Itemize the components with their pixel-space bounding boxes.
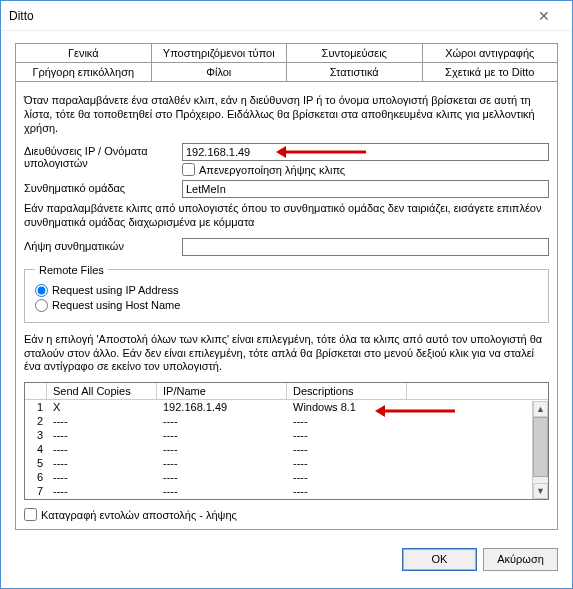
radio-request-host[interactable] bbox=[35, 299, 48, 312]
table-cell: ---- bbox=[287, 485, 407, 497]
ip-label: Διευθύνσεις IP / Ονόματα υπολογιστών bbox=[24, 143, 182, 169]
radio-request-ip[interactable] bbox=[35, 284, 48, 297]
table-cell: ---- bbox=[287, 443, 407, 455]
table-cell: ---- bbox=[157, 429, 287, 441]
tab-about[interactable]: Σχετικά με το Ditto bbox=[422, 62, 559, 82]
send-desc: Εάν η επιλογή 'Αποστολή όλων των κλιπς' … bbox=[24, 333, 549, 374]
row-group-pass: Συνθηματικό ομάδας bbox=[24, 180, 549, 198]
table-row[interactable]: 2------------ bbox=[25, 414, 548, 428]
cancel-button[interactable]: Ακύρωση bbox=[483, 548, 558, 571]
disable-receive-label: Απενεργοποίηση λήψης κλιπς bbox=[199, 164, 345, 176]
table-cell: ---- bbox=[47, 415, 157, 427]
col-ipname[interactable]: IP/Name bbox=[157, 383, 287, 399]
table-cell: ---- bbox=[157, 485, 287, 497]
table-cell: ---- bbox=[287, 471, 407, 483]
table-row[interactable]: 1X192.168.1.49Windows 8.1 bbox=[25, 400, 548, 414]
tab-types[interactable]: Υποστηριζόμενοι τύποι bbox=[151, 43, 288, 63]
intro-text: Όταν παραλαμβάνετε ένα σταλθέν κλιπ, εάν… bbox=[24, 94, 549, 135]
table-cell: ---- bbox=[47, 443, 157, 455]
table-cell: ---- bbox=[47, 429, 157, 441]
vertical-scrollbar[interactable]: ▲ ▼ bbox=[532, 401, 548, 499]
table-cell: X bbox=[47, 401, 157, 413]
tab-general[interactable]: Γενικά bbox=[15, 43, 152, 63]
table-row[interactable]: 3------------ bbox=[25, 428, 548, 442]
table-cell: ---- bbox=[157, 443, 287, 455]
table-cell: ---- bbox=[47, 457, 157, 469]
table-cell: 1 bbox=[25, 401, 47, 413]
group-pass-label: Συνθηματικό ομάδας bbox=[24, 180, 182, 194]
remote-files-group: Remote Files Request using IP Address Re… bbox=[24, 264, 549, 323]
ip-input[interactable] bbox=[182, 143, 549, 161]
table-cell: 7 bbox=[25, 485, 47, 497]
scroll-thumb[interactable] bbox=[533, 417, 548, 477]
col-empty[interactable] bbox=[407, 383, 548, 399]
row-extra-pass: Λήψη συνθηματικών bbox=[24, 238, 549, 256]
radio-request-host-label: Request using Host Name bbox=[52, 299, 180, 311]
table-cell: 4 bbox=[25, 443, 47, 455]
row-ip: Διευθύνσεις IP / Ονόματα υπολογιστών Απε… bbox=[24, 143, 549, 176]
table-cell: ---- bbox=[47, 471, 157, 483]
tab-row-2: Γρήγορη επικόλληση Φίλοι Στατιστικά Σχετ… bbox=[15, 62, 558, 82]
content-area: Γενικά Υποστηριζόμενοι τύποι Συντομεύσει… bbox=[1, 31, 572, 538]
tab-friends[interactable]: Φίλοι bbox=[151, 62, 288, 82]
tab-row-1: Γενικά Υποστηριζόμενοι τύποι Συντομεύσει… bbox=[15, 43, 558, 63]
scroll-up-icon[interactable]: ▲ bbox=[533, 401, 548, 417]
extra-pass-input[interactable] bbox=[182, 238, 549, 256]
col-sendall[interactable]: Send All Copies bbox=[47, 383, 157, 399]
tabstrip: Γενικά Υποστηριζόμενοι τύποι Συντομεύσει… bbox=[15, 43, 558, 530]
extra-pass-label: Λήψη συνθηματικών bbox=[24, 238, 182, 252]
table-row[interactable]: 6------------ bbox=[25, 470, 548, 484]
col-desc[interactable]: Descriptions bbox=[287, 383, 407, 399]
dialog-buttons: OK Ακύρωση bbox=[1, 538, 572, 581]
radio-row-host: Request using Host Name bbox=[35, 299, 538, 312]
group-pass-input[interactable] bbox=[182, 180, 549, 198]
friends-table[interactable]: Send All Copies IP/Name Descriptions 1X1… bbox=[24, 382, 549, 500]
table-row[interactable]: 7------------ bbox=[25, 484, 548, 498]
table-row[interactable]: 4------------ bbox=[25, 442, 548, 456]
tab-shortcuts[interactable]: Συντομεύσεις bbox=[286, 43, 423, 63]
table-header: Send All Copies IP/Name Descriptions bbox=[25, 383, 548, 400]
row-log: Καταγραφή εντολών αποστολής - λήψης bbox=[24, 508, 549, 521]
tab-stats[interactable]: Στατιστικά bbox=[286, 62, 423, 82]
close-icon[interactable]: ✕ bbox=[524, 8, 564, 24]
table-body: 1X192.168.1.49Windows 8.12------------3-… bbox=[25, 400, 548, 498]
tab-panel-friends: Όταν παραλαμβάνετε ένα σταλθέν κλιπ, εάν… bbox=[15, 81, 558, 530]
titlebar: Ditto ✕ bbox=[1, 1, 572, 31]
table-cell: ---- bbox=[287, 415, 407, 427]
table-row[interactable]: 5------------ bbox=[25, 456, 548, 470]
table-cell: 2 bbox=[25, 415, 47, 427]
extra-pass-desc: Εάν παραλαμβάνετε κλιπς από υπολογιστές … bbox=[24, 202, 549, 230]
table-cell: ---- bbox=[287, 429, 407, 441]
table-cell: 3 bbox=[25, 429, 47, 441]
tab-copyareas[interactable]: Χώροι αντιγραφής bbox=[422, 43, 559, 63]
table-cell: ---- bbox=[157, 457, 287, 469]
table-cell: 5 bbox=[25, 457, 47, 469]
remote-files-legend: Remote Files bbox=[35, 264, 108, 276]
log-checkbox[interactable] bbox=[24, 508, 37, 521]
log-label: Καταγραφή εντολών αποστολής - λήψης bbox=[41, 509, 237, 521]
table-cell: 6 bbox=[25, 471, 47, 483]
table-cell: 192.168.1.49 bbox=[157, 401, 287, 413]
ok-button[interactable]: OK bbox=[402, 548, 477, 571]
table-cell: ---- bbox=[47, 485, 157, 497]
radio-row-ip: Request using IP Address bbox=[35, 284, 538, 297]
disable-receive-checkbox[interactable] bbox=[182, 163, 195, 176]
col-index[interactable] bbox=[25, 383, 47, 399]
settings-window: Ditto ✕ Γενικά Υποστηριζόμενοι τύποι Συν… bbox=[0, 0, 573, 589]
table-cell: ---- bbox=[287, 457, 407, 469]
table-cell: Windows 8.1 bbox=[287, 401, 407, 413]
window-title: Ditto bbox=[9, 9, 524, 23]
table-cell: ---- bbox=[157, 471, 287, 483]
tab-quickpaste[interactable]: Γρήγορη επικόλληση bbox=[15, 62, 152, 82]
table-cell: ---- bbox=[157, 415, 287, 427]
scroll-down-icon[interactable]: ▼ bbox=[533, 483, 548, 499]
row-disable-receive: Απενεργοποίηση λήψης κλιπς bbox=[182, 163, 549, 176]
radio-request-ip-label: Request using IP Address bbox=[52, 284, 178, 296]
